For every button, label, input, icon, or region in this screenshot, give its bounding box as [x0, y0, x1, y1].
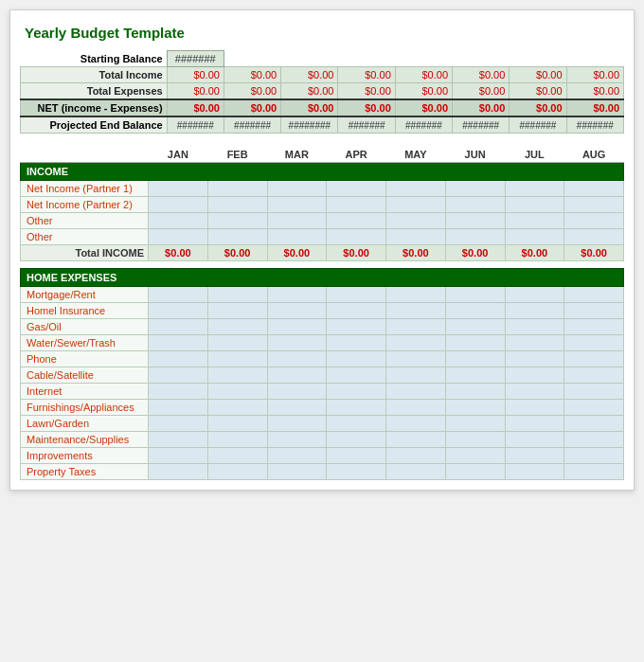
- data-cell-0-2-6[interactable]: [505, 213, 564, 229]
- data-cell-1-5-1[interactable]: [207, 367, 267, 384]
- data-cell-1-4-2[interactable]: [267, 351, 327, 367]
- data-cell-1-0-2[interactable]: [267, 287, 327, 303]
- data-cell-1-9-0[interactable]: [149, 432, 208, 448]
- proj-jan[interactable]: #######: [167, 116, 224, 134]
- data-cell-1-11-6[interactable]: [505, 464, 564, 480]
- data-cell-0-2-0[interactable]: [149, 213, 208, 229]
- data-cell-1-11-5[interactable]: [445, 464, 505, 480]
- data-cell-0-2-7[interactable]: [564, 213, 624, 229]
- data-cell-1-5-2[interactable]: [267, 367, 327, 384]
- data-cell-1-6-1[interactable]: [207, 384, 267, 400]
- net-feb[interactable]: $0.00: [224, 99, 280, 116]
- data-cell-1-7-3[interactable]: [327, 400, 386, 416]
- data-cell-1-2-4[interactable]: [386, 319, 446, 335]
- data-cell-1-8-6[interactable]: [505, 416, 564, 432]
- total-expenses-jun[interactable]: $0.00: [453, 83, 510, 100]
- data-cell-1-2-5[interactable]: [445, 319, 505, 335]
- data-cell-1-10-2[interactable]: [267, 448, 327, 464]
- data-cell-1-5-5[interactable]: [445, 367, 505, 384]
- data-cell-0-1-7[interactable]: [564, 197, 624, 213]
- total-income-aug[interactable]: $0.00: [566, 67, 623, 83]
- data-cell-1-0-7[interactable]: [564, 287, 624, 303]
- data-cell-1-10-7[interactable]: [564, 448, 624, 464]
- total-value-0-2[interactable]: $0.00: [267, 245, 327, 261]
- data-cell-1-8-0[interactable]: [149, 416, 208, 432]
- data-cell-1-3-0[interactable]: [149, 335, 208, 351]
- data-cell-1-9-3[interactable]: [327, 432, 386, 448]
- data-cell-1-7-2[interactable]: [267, 400, 327, 416]
- data-cell-1-4-7[interactable]: [564, 351, 624, 367]
- data-cell-0-1-3[interactable]: [327, 197, 386, 213]
- data-cell-1-10-4[interactable]: [386, 448, 446, 464]
- total-expenses-jan[interactable]: $0.00: [167, 83, 224, 100]
- net-jan[interactable]: $0.00: [167, 99, 224, 116]
- data-cell-1-4-0[interactable]: [149, 351, 208, 367]
- data-cell-1-4-5[interactable]: [445, 351, 505, 367]
- data-cell-0-2-5[interactable]: [445, 213, 505, 229]
- proj-jul[interactable]: #######: [510, 116, 566, 134]
- data-cell-1-4-3[interactable]: [327, 351, 386, 367]
- data-cell-0-0-1[interactable]: [207, 181, 267, 197]
- data-cell-0-1-1[interactable]: [207, 197, 267, 213]
- data-cell-1-8-1[interactable]: [207, 416, 267, 432]
- data-cell-1-7-1[interactable]: [207, 400, 267, 416]
- data-cell-1-9-1[interactable]: [207, 432, 267, 448]
- total-value-0-6[interactable]: $0.00: [505, 245, 564, 261]
- data-cell-1-11-1[interactable]: [207, 464, 267, 480]
- data-cell-1-10-6[interactable]: [505, 448, 564, 464]
- data-cell-1-8-5[interactable]: [445, 416, 505, 432]
- data-cell-0-3-1[interactable]: [207, 229, 267, 245]
- proj-jun[interactable]: #######: [453, 116, 510, 134]
- proj-may[interactable]: #######: [395, 116, 452, 134]
- data-cell-1-10-3[interactable]: [327, 448, 386, 464]
- data-cell-1-7-0[interactable]: [149, 400, 208, 416]
- data-cell-1-5-4[interactable]: [386, 367, 446, 384]
- starting-balance-value[interactable]: #######: [167, 51, 224, 67]
- net-jun[interactable]: $0.00: [453, 99, 510, 116]
- data-cell-1-0-6[interactable]: [505, 287, 564, 303]
- net-may[interactable]: $0.00: [395, 99, 452, 116]
- total-income-mar[interactable]: $0.00: [281, 67, 338, 83]
- data-cell-1-3-1[interactable]: [207, 335, 267, 351]
- total-expenses-feb[interactable]: $0.00: [224, 83, 280, 100]
- data-cell-1-11-7[interactable]: [564, 464, 624, 480]
- data-cell-0-0-7[interactable]: [564, 181, 624, 197]
- data-cell-1-9-4[interactable]: [386, 432, 446, 448]
- data-cell-0-3-5[interactable]: [445, 229, 505, 245]
- data-cell-1-3-6[interactable]: [505, 335, 564, 351]
- data-cell-0-3-0[interactable]: [149, 229, 208, 245]
- data-cell-1-0-3[interactable]: [327, 287, 386, 303]
- data-cell-1-1-0[interactable]: [149, 303, 208, 319]
- total-income-may[interactable]: $0.00: [395, 67, 452, 83]
- data-cell-1-6-3[interactable]: [327, 384, 386, 400]
- data-cell-1-8-3[interactable]: [327, 416, 386, 432]
- data-cell-1-11-4[interactable]: [386, 464, 446, 480]
- data-cell-1-5-3[interactable]: [327, 367, 386, 384]
- total-expenses-jul[interactable]: $0.00: [510, 83, 566, 100]
- data-cell-0-2-4[interactable]: [386, 213, 446, 229]
- data-cell-0-0-0[interactable]: [149, 181, 208, 197]
- data-cell-1-3-4[interactable]: [386, 335, 446, 351]
- data-cell-1-11-2[interactable]: [267, 464, 327, 480]
- data-cell-0-0-4[interactable]: [386, 181, 446, 197]
- data-cell-1-9-6[interactable]: [505, 432, 564, 448]
- data-cell-0-0-5[interactable]: [445, 181, 505, 197]
- data-cell-1-1-7[interactable]: [564, 303, 624, 319]
- data-cell-0-3-2[interactable]: [267, 229, 327, 245]
- data-cell-1-3-7[interactable]: [564, 335, 624, 351]
- data-cell-1-1-6[interactable]: [505, 303, 564, 319]
- data-cell-1-10-1[interactable]: [207, 448, 267, 464]
- data-cell-0-0-3[interactable]: [327, 181, 386, 197]
- data-cell-1-6-4[interactable]: [386, 384, 446, 400]
- data-cell-1-1-5[interactable]: [445, 303, 505, 319]
- total-expenses-mar[interactable]: $0.00: [281, 83, 338, 100]
- data-cell-1-1-4[interactable]: [386, 303, 446, 319]
- data-cell-1-8-7[interactable]: [564, 416, 624, 432]
- data-cell-0-3-3[interactable]: [327, 229, 386, 245]
- data-cell-1-5-7[interactable]: [564, 367, 624, 384]
- data-cell-1-2-1[interactable]: [207, 319, 267, 335]
- proj-apr[interactable]: #######: [338, 116, 395, 134]
- data-cell-1-11-3[interactable]: [327, 464, 386, 480]
- data-cell-1-6-2[interactable]: [267, 384, 327, 400]
- data-cell-1-2-6[interactable]: [505, 319, 564, 335]
